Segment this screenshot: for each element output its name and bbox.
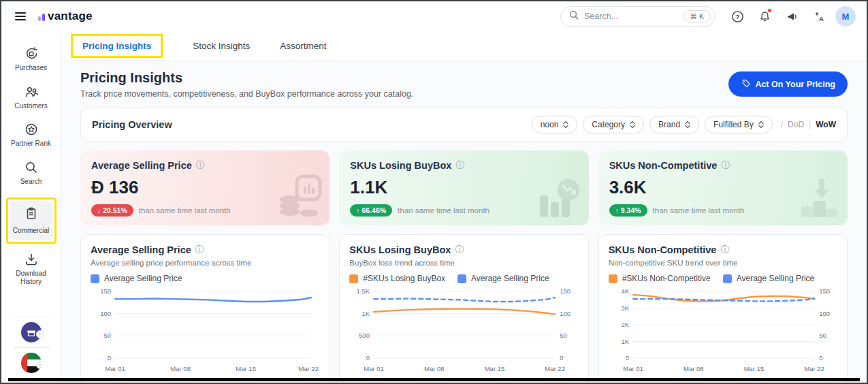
svg-text:1K: 1K [621,338,629,345]
info-icon[interactable]: ⓘ [721,159,730,172]
info-icon[interactable]: ⓘ [720,244,729,256]
sidebar-item-commercial[interactable]: Commercial [10,201,53,240]
kpi-caption: than same time last month [398,206,489,214]
svg-text:Mar 22: Mar 22 [545,365,566,372]
legend-label: Average Selling Price [737,274,815,283]
chevron-updown-icon [630,121,635,129]
svg-text:Mar 15: Mar 15 [236,365,256,372]
svg-text:Mar 01: Mar 01 [364,365,385,372]
line-chart[interactable]: 1.5K1K5000150100500Mar 01Mar 08Mar 15Mar… [349,285,578,380]
chart-legend: Average Selling Price [91,274,319,283]
menu-icon[interactable] [12,10,29,23]
wow-toggle[interactable]: WoW [816,120,836,129]
kpi-title: SKUs Losing BuyBox [350,160,451,171]
bars-trend-down-icon [537,175,582,223]
brand-dropdown[interactable]: Brand [649,116,699,133]
line-chart[interactable]: 150100500Mar 01Mar 08Mar 15Mar 22 [91,285,319,380]
pricing-overview-bar: Pricing Overview noon Category Brand [80,108,848,142]
legend-label: #SKUs Losing BuyBox [363,274,445,283]
topbar: vantage ⌘ K ? A M [1,1,867,31]
svg-text:0: 0 [626,354,629,362]
tag-icon [741,78,750,90]
chart-subtitle: BuyBox loss trend across time [349,259,578,267]
sidebar-label: Commercial [13,227,49,236]
search-shortcut-badge: ⌘ K [684,10,711,22]
purchases-icon [24,46,39,61]
kpi-card-skus-losing-buybox: SKUs Losing BuyBoxⓘ 1.1K ↑ 66.46% than s… [339,150,588,225]
chevron-badge-icon: › [36,361,42,369]
chevron-updown-icon [758,121,764,129]
sidebar-label: Download History [5,270,57,287]
legend-swatch [349,274,358,283]
search-icon [569,10,579,22]
svg-text:?: ? [735,12,739,20]
chart-title: Average Selling Price [91,244,191,255]
search-input[interactable] [584,12,678,21]
act-on-pricing-button[interactable]: Act On Your Pricing [728,71,848,97]
svg-text:Mar 08: Mar 08 [424,365,445,372]
svg-text:2K: 2K [621,321,629,328]
annotation-box-commercial: Commercial [6,197,57,244]
info-icon[interactable]: ⓘ [196,159,205,172]
tab-stock-insights[interactable]: Stock Insights [193,41,250,51]
logo-text: vantage [48,10,93,23]
svg-text:100: 100 [560,310,570,317]
kpi-title: Average Selling Price [91,160,192,171]
announcements-icon[interactable] [781,5,803,27]
sidebar-item-purchases[interactable]: Purchases [5,46,57,73]
fulfilled-by-dropdown[interactable]: Fulfilled By [705,116,773,133]
tab-pricing-insights[interactable]: Pricing Insights [82,41,151,51]
chart-card-skus-losing-buybox: SKUs Losing BuyBoxⓘ BuyBox loss trend ac… [339,234,588,383]
main-content: Pricing Insights Stock Insights Assortme… [61,31,867,383]
chart-subtitle: Non-competitive SKU trend over time [609,259,837,267]
svg-text:500: 500 [359,332,370,339]
svg-text:150: 150 [560,287,570,295]
window-bottom-edge [8,378,860,381]
notifications-icon[interactable] [754,5,775,27]
legend-swatch [91,274,99,283]
help-icon[interactable]: ? [726,5,748,27]
svg-text:150: 150 [819,287,830,295]
translate-icon[interactable]: A [808,5,830,27]
info-icon[interactable]: ⓘ [195,244,204,256]
sidebar-label: Purchases [15,64,47,73]
svg-text:0: 0 [560,354,563,362]
download-icon [24,252,39,267]
act-on-pricing-label: Act On Your Pricing [755,80,835,89]
sidebar-item-search[interactable]: Search [5,160,57,187]
tab-assortment[interactable]: Assortment [280,41,326,51]
info-icon[interactable]: ⓘ [455,244,464,256]
logo-bars-icon [38,14,45,23]
kpi-card-skus-non-competitive: SKUs Non-Competitiveⓘ 3.6K ↑ 9.34% than … [598,150,848,225]
overview-title: Pricing Overview [92,119,172,130]
separator: | [809,120,811,129]
legend-label: Average Selling Price [104,274,182,283]
sidebar-item-partner-rank[interactable]: Partner Rank [5,122,57,148]
svg-text:Mar 22: Mar 22 [299,365,319,372]
svg-text:0: 0 [108,354,111,362]
search-nav-icon [24,160,39,175]
svg-text:3K: 3K [621,304,629,312]
country-flag-avatar[interactable]: › [21,353,42,373]
svg-text:50: 50 [104,332,112,339]
info-icon[interactable]: ⓘ [455,159,464,172]
kpi-delta-badge: ↑ 66.46% [350,204,392,217]
sidebar-label: Partner Rank [11,140,51,148]
sidebar-label: Search [20,178,42,187]
search-box[interactable]: ⌘ K [560,6,716,27]
marketplace-dropdown[interactable]: noon [532,116,578,133]
store-avatar[interactable]: › [21,322,42,342]
category-dropdown[interactable]: Category [583,116,644,133]
annotation-box-pricing-tab: Pricing Insights [71,34,163,58]
user-avatar[interactable]: M [835,6,856,27]
kpi-title: SKUs Non-Competitive [609,160,718,171]
svg-text:50: 50 [560,332,567,339]
line-chart[interactable]: 4K3K2K1K0150100500Mar 01Mar 08Mar 15Mar … [609,285,837,380]
tabs-bar: Pricing Insights Stock Insights Assortme… [61,31,867,61]
svg-text:100: 100 [100,310,111,317]
app-logo[interactable]: vantage [38,10,93,23]
dod-toggle[interactable]: DoD [788,120,804,129]
sidebar-item-download-history[interactable]: Download History [5,252,57,287]
sidebar-item-customers[interactable]: Customers [5,84,57,111]
chevron-updown-icon [563,121,568,129]
